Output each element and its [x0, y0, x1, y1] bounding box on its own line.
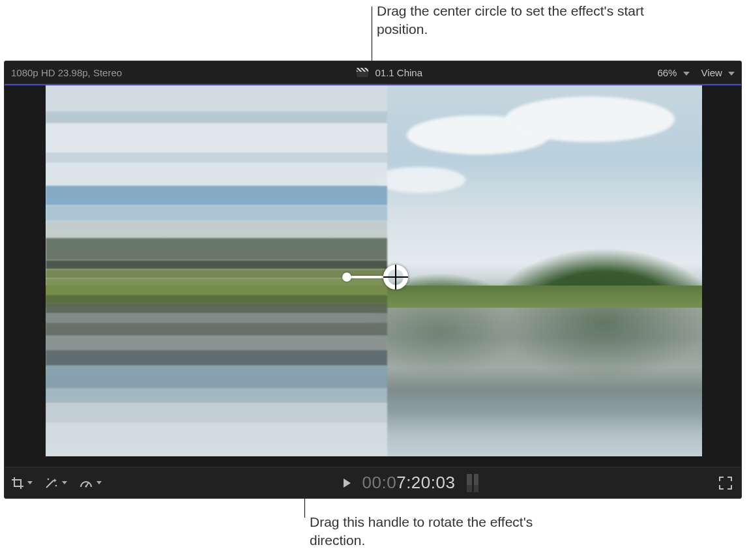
cloud-shape	[505, 96, 675, 142]
corner-icon	[719, 477, 724, 481]
zoom-dropdown[interactable]: 66%	[657, 67, 689, 78]
corner-icon	[727, 485, 732, 490]
chevron-down-icon	[27, 481, 33, 484]
fullscreen-button[interactable]	[719, 477, 732, 490]
svg-point-3	[85, 485, 87, 487]
retime-tool-button[interactable]	[78, 474, 103, 492]
audio-meter[interactable]	[467, 474, 478, 492]
view-dropdown[interactable]: View	[701, 67, 735, 78]
speedometer-icon	[79, 477, 93, 490]
svg-point-0	[48, 478, 50, 480]
effect-rotate-stem[interactable]	[347, 276, 386, 278]
viewer-canvas[interactable]	[5, 84, 741, 467]
video-frame	[46, 85, 702, 456]
cloud-shape	[374, 167, 465, 193]
chevron-down-icon	[728, 72, 735, 76]
audio-meter-bar	[467, 474, 472, 492]
effect-center-handle[interactable]	[383, 265, 408, 289]
timecode-active: 7:20:03	[396, 473, 455, 492]
svg-point-1	[55, 484, 57, 486]
crop-icon	[11, 477, 24, 490]
view-label: View	[701, 67, 722, 78]
clip-name-label: 01.1 China	[375, 67, 422, 78]
enhance-tool-button[interactable]	[43, 474, 68, 492]
chevron-down-icon	[62, 481, 67, 484]
viewer-bottombar: 00:07:20:03	[5, 467, 741, 498]
callout-top: Drag the center circle to set the effect…	[377, 2, 657, 39]
viewer-titlebar: 1080p HD 23.98p, Stereo 01.1 China 66% V…	[5, 61, 741, 84]
effect-rotate-handle[interactable]	[342, 273, 351, 282]
clapperboard-icon	[357, 68, 368, 77]
chevron-down-icon	[683, 72, 690, 76]
play-button[interactable]	[344, 479, 351, 488]
wand-sparkle-icon	[44, 477, 59, 490]
corner-icon	[719, 485, 724, 490]
audio-meter-bar	[474, 474, 479, 492]
timecode-dim: 00:0	[362, 473, 397, 492]
crop-tool-button[interactable]	[10, 474, 34, 492]
viewer-window: 1080p HD 23.98p, Stereo 01.1 China 66% V…	[4, 61, 742, 499]
chevron-down-icon	[96, 481, 102, 484]
callout-bottom: Drag this handle to rotate the effect's …	[310, 513, 590, 550]
blur-streak-effect	[46, 85, 381, 456]
timecode-display[interactable]: 00:07:20:03	[362, 473, 456, 493]
zoom-level-label: 66%	[657, 67, 677, 78]
corner-icon	[727, 477, 732, 481]
format-info: 1080p HD 23.98p, Stereo	[11, 67, 122, 78]
